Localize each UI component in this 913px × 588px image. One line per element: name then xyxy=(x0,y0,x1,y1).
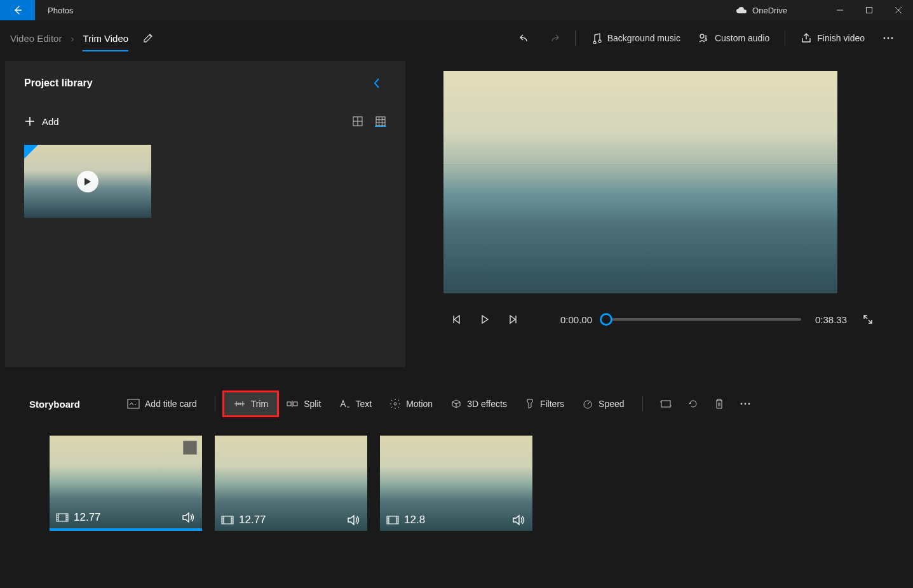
film-icon xyxy=(386,516,399,525)
trim-button[interactable]: Trim xyxy=(224,392,277,415)
background-music-button[interactable]: Background music xyxy=(582,25,689,51)
library-clip-thumbnail[interactable] xyxy=(24,145,151,218)
storyboard-clip[interactable]: 12.77 xyxy=(50,436,202,531)
view-large-button[interactable] xyxy=(352,116,363,127)
storyboard-more-button[interactable] xyxy=(732,398,759,410)
preview-area: 0:00.00 0:38.33 xyxy=(405,56,913,367)
svg-rect-16 xyxy=(128,399,139,408)
seek-bar[interactable] xyxy=(606,318,801,321)
3d-icon xyxy=(450,398,462,410)
undo-button[interactable] xyxy=(510,25,539,51)
breadcrumb-current[interactable]: Trim Video xyxy=(83,33,128,51)
close-button[interactable] xyxy=(884,0,913,20)
volume-icon[interactable] xyxy=(182,512,196,523)
svg-point-3 xyxy=(884,37,886,39)
finish-video-button[interactable]: Finish video xyxy=(792,25,874,51)
svg-rect-9 xyxy=(376,117,385,126)
film-icon xyxy=(56,513,69,522)
filters-icon xyxy=(525,398,535,410)
ellipsis-icon xyxy=(883,32,894,44)
text-button[interactable]: Text xyxy=(330,392,381,415)
maximize-button[interactable] xyxy=(855,0,884,20)
svg-point-29 xyxy=(740,403,742,405)
volume-icon[interactable] xyxy=(347,514,361,526)
svg-point-5 xyxy=(891,37,893,39)
back-button[interactable] xyxy=(0,0,35,20)
svg-point-2 xyxy=(700,34,704,38)
more-button[interactable] xyxy=(874,25,903,51)
play-button[interactable] xyxy=(478,312,492,326)
clip-duration: 12.77 xyxy=(74,511,101,524)
export-icon xyxy=(801,32,812,44)
add-media-button[interactable]: Add xyxy=(24,116,59,127)
storyboard-toolbar: Storyboard Add title card Trim Split Tex… xyxy=(0,385,913,423)
seek-thumb[interactable] xyxy=(600,313,612,326)
prev-frame-button[interactable] xyxy=(450,312,464,326)
title-card-icon xyxy=(127,399,140,409)
clip-duration: 12.8 xyxy=(404,514,425,526)
clip-checkbox[interactable] xyxy=(183,441,197,455)
top-toolbar: Video Editor › Trim Video Background mus… xyxy=(0,20,913,56)
split-button[interactable]: Split xyxy=(277,392,330,415)
storyboard-clips: 12.7712.7712.8 xyxy=(0,423,913,544)
storyboard-clip[interactable]: 12.77 xyxy=(215,436,367,531)
view-small-button[interactable] xyxy=(375,116,386,127)
edit-name-button[interactable] xyxy=(142,32,154,44)
storyboard-title: Storyboard xyxy=(29,399,80,410)
volume-icon[interactable] xyxy=(512,514,526,526)
library-title: Project library xyxy=(24,77,93,89)
total-time: 0:38.33 xyxy=(815,314,847,325)
plus-icon xyxy=(24,116,36,127)
svg-rect-28 xyxy=(661,401,670,407)
audio-person-icon xyxy=(698,32,710,44)
app-title: Photos xyxy=(48,6,73,15)
clip-duration: 12.77 xyxy=(239,514,266,526)
svg-rect-22 xyxy=(287,402,291,406)
project-library-panel: Project library Add xyxy=(5,61,405,367)
resize-button[interactable] xyxy=(652,399,680,409)
breadcrumb: Video Editor › Trim Video xyxy=(10,32,154,44)
text-icon xyxy=(339,399,350,409)
titlebar: Photos OneDrive xyxy=(0,0,913,20)
svg-rect-1 xyxy=(867,8,872,13)
play-overlay-icon xyxy=(77,171,98,192)
minimize-button[interactable] xyxy=(825,0,855,20)
ellipsis-icon xyxy=(740,398,751,410)
split-icon xyxy=(286,399,299,408)
rotate-icon xyxy=(687,398,699,410)
add-title-card-button[interactable]: Add title card xyxy=(118,392,206,415)
video-preview[interactable] xyxy=(443,71,837,293)
motion-icon xyxy=(389,398,401,410)
svg-point-26 xyxy=(394,403,396,405)
trash-icon xyxy=(714,398,724,410)
delete-button[interactable] xyxy=(707,398,732,410)
custom-audio-button[interactable]: Custom audio xyxy=(689,25,778,51)
next-frame-button[interactable] xyxy=(506,312,520,326)
filters-button[interactable]: Filters xyxy=(516,392,573,416)
motion-button[interactable]: Motion xyxy=(381,392,442,416)
crop-icon xyxy=(659,399,672,409)
video-badge-icon xyxy=(24,145,38,159)
collapse-library-button[interactable] xyxy=(372,76,381,90)
trim-icon xyxy=(233,399,246,408)
fullscreen-button[interactable] xyxy=(861,312,875,326)
chevron-right-icon: › xyxy=(71,33,74,44)
music-icon xyxy=(591,32,602,44)
svg-point-31 xyxy=(748,403,750,405)
current-time: 0:00.00 xyxy=(560,314,592,325)
rotate-button[interactable] xyxy=(680,398,707,410)
speed-icon xyxy=(582,398,593,410)
redo-button[interactable] xyxy=(539,25,569,51)
storyboard-clip[interactable]: 12.8 xyxy=(380,436,532,531)
svg-point-4 xyxy=(888,37,889,39)
breadcrumb-root[interactable]: Video Editor xyxy=(10,33,62,44)
svg-rect-23 xyxy=(294,402,297,406)
film-icon xyxy=(221,516,234,525)
onedrive-status[interactable]: OneDrive xyxy=(736,6,787,15)
player-controls: 0:00.00 0:38.33 xyxy=(443,312,881,326)
svg-point-30 xyxy=(744,403,746,405)
cloud-icon xyxy=(736,6,747,14)
speed-button[interactable]: Speed xyxy=(573,392,633,416)
3d-effects-button[interactable]: 3D effects xyxy=(442,392,516,416)
